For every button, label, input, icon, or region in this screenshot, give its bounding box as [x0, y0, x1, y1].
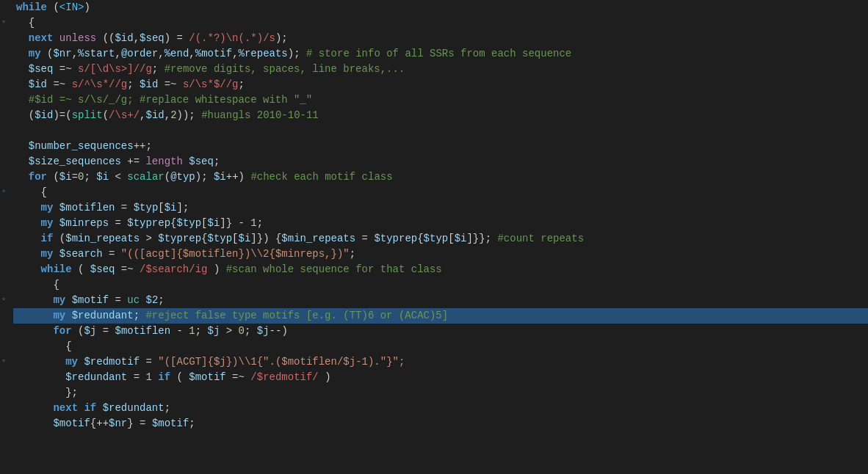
code-line: my ($nr,%start,@order,%end,%motif,%repea…	[13, 46, 868, 62]
var-order: @order	[121, 46, 158, 62]
var-id: $id	[115, 31, 133, 46]
var-nr: $nr	[53, 46, 71, 62]
kw-while2: while	[41, 262, 72, 277]
var-i4: $i	[164, 200, 177, 216]
code-line: while ( $seq =~ /$search/ig ) #scan whol…	[13, 262, 868, 277]
var-id3: $id	[140, 77, 158, 92]
var-motiflen2: $motiflen	[115, 324, 170, 339]
comment-8: #reject false type motifs [e.g. (TT)6 or…	[145, 308, 448, 324]
indent	[16, 31, 29, 46]
kw-if2: if	[158, 370, 170, 385]
var-motif5: $motif	[152, 416, 189, 431]
code-line: if ($min_repeats > $typrep{$typ[$i]}) {$…	[13, 231, 868, 247]
comment-1: # store info of all SSRs from each seque…	[306, 46, 571, 62]
regex-5: /\s+/	[109, 108, 140, 123]
var-seq3: $seq	[189, 154, 214, 169]
var-i6: $i	[239, 231, 251, 247]
str-search: "(([acgt]{$motiflen})\\2{$minreps,})"	[121, 247, 350, 262]
kw-for: for	[29, 169, 47, 185]
str-redmotif: "([ACGT]{$j})\\1{".($motiflen/$j-1)."}";	[158, 354, 405, 370]
code-line: $id =~ s/^\s*//g; $id =~ s/\s*$//g;	[13, 77, 868, 92]
fn-length: length	[145, 154, 182, 169]
kw-my5: my	[53, 293, 65, 308]
var-typ4: $typ	[424, 231, 449, 247]
code-line: next if $redundant;	[13, 401, 868, 416]
var-nr2: $nr	[109, 416, 127, 431]
var-i3: $i	[214, 169, 226, 185]
comment-3: #$id =~ s/\s/_/g; #replace whitespace wi…	[29, 92, 312, 108]
num-1: 1	[250, 216, 256, 231]
num-0: 0	[78, 169, 84, 185]
fn-split: split	[72, 108, 103, 123]
kw-my4: my	[41, 247, 54, 262]
var-id5: $id	[146, 108, 164, 123]
var-i5: $i	[208, 216, 220, 231]
code-line: {	[13, 185, 868, 200]
var-typ: @typ	[170, 169, 195, 185]
gutter-marker-4: ◦	[1, 354, 6, 368]
var-repeats: %repeats	[239, 46, 288, 62]
var-sizeseq: $size_sequences	[29, 154, 121, 169]
code-line: for ($j = $motiflen - 1; $j > 0; $j--)	[13, 324, 868, 339]
code-line: my $motif = uc $2;	[13, 293, 868, 308]
code-line: my $redmotif = "([ACGT]{$j})\\1{".($moti…	[13, 354, 868, 370]
kw-for2: for	[53, 324, 71, 339]
var-minrep2: $min_repeats	[65, 231, 140, 247]
var-typrep3: $typrep	[374, 231, 417, 247]
var-typ-i: $typ	[134, 200, 159, 216]
code-line: {	[13, 277, 868, 293]
var-minrep3: $min_repeats	[281, 231, 355, 247]
code-line: my $search = "(([acgt]{$motiflen})\\2{$m…	[13, 247, 868, 262]
var-motif2: $motif	[72, 293, 109, 308]
code-line: $motif{++$nr} = $motif;	[13, 416, 868, 431]
num-0b: 0	[239, 324, 245, 339]
comment-4: #huangls 2010-10-11	[201, 108, 319, 123]
kw-if3: if	[84, 401, 96, 416]
brace-open: {	[16, 15, 35, 31]
code-line: #$id =~ s/\s/_/g; #replace whitespace wi…	[13, 92, 868, 108]
kw-next2: next	[53, 401, 78, 416]
code-line: my $minreps = $typrep{$typ[$i]} - 1;	[13, 216, 868, 231]
kw-my: my	[29, 46, 41, 62]
var-seq: $seq	[140, 31, 164, 46]
code-line: ($id)=(split(/\s+/,$id,2)); #huangls 201…	[13, 108, 868, 123]
kw-my2: my	[41, 200, 54, 216]
plain: (	[47, 0, 59, 15]
var-motif3: $motif	[189, 370, 225, 385]
var-start: %start	[78, 46, 115, 62]
var-typ3: $typ	[208, 231, 233, 247]
var-minreps: $minreps	[59, 216, 109, 231]
kw-if: if	[41, 231, 54, 247]
code-line-highlighted: my $redundant; #reject false type motifs…	[13, 308, 868, 324]
code-line: my $motiflen = $typ[$i];	[13, 200, 868, 216]
regex-6: /$search/ig	[140, 262, 207, 277]
regex-1: /(.*?)\n(.*)/s	[189, 31, 275, 46]
var-i2: $i	[96, 169, 109, 185]
var-redundant2: $redundant	[65, 370, 127, 385]
comment-5: #check each motif class	[250, 169, 392, 185]
code-area[interactable]: while (<IN>) { next unless (($id,$seq) =…	[13, 0, 868, 474]
code-line: next unless (($id,$seq) = /(.*?)\n(.*)/s…	[13, 31, 868, 46]
var-search: $search	[59, 247, 103, 262]
kw-unless: unless	[59, 31, 96, 46]
fn-uc: uc	[127, 293, 140, 308]
kw-my7: my	[65, 354, 78, 370]
num-1b: 1	[189, 324, 195, 339]
gutter-marker-1: ◦	[1, 15, 6, 29]
kw-my3: my	[41, 216, 54, 231]
regex-7: /$redmotif/	[250, 370, 318, 385]
var-i7: $i	[455, 231, 467, 247]
regex-2: s/[\d\s>]//g	[78, 62, 152, 77]
var-seq4: $seq	[90, 262, 115, 277]
code-line: };	[13, 385, 868, 401]
var-i: $i	[59, 169, 72, 185]
comment-7: #scan whole sequence for that class	[226, 262, 442, 277]
code-line: $number_sequences++;	[13, 139, 868, 154]
gutter: ◦ ◦ ◦ ◦	[0, 0, 13, 474]
comment-6: #count repeats	[497, 231, 584, 247]
keyword-while: while	[16, 0, 47, 15]
var-id2: $id	[29, 77, 47, 92]
var-redundant: $redundant	[72, 308, 134, 324]
fn-scalar: scalar	[127, 169, 164, 185]
code-line: $seq =~ s/[\d\s>]//g; #remove digits, sp…	[13, 62, 868, 77]
